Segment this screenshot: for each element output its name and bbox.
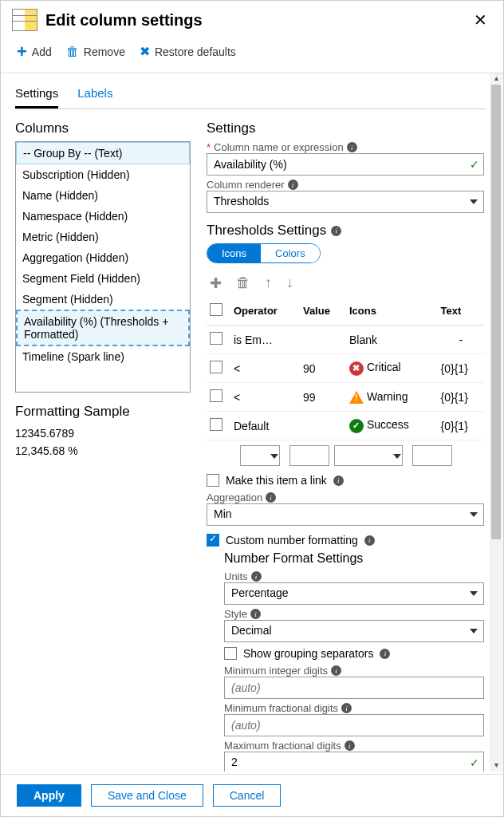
table-icon <box>12 9 37 31</box>
customfmt-label: Custom number formatting <box>226 534 358 547</box>
checkmark-icon: ✓ <box>470 756 479 769</box>
info-icon[interactable]: i <box>331 226 341 236</box>
restore-button[interactable]: ✖ Restore defaults <box>140 44 236 59</box>
new-value-input[interactable] <box>289 445 329 466</box>
renderer-select[interactable]: Thresholds <box>207 191 484 213</box>
tab-labels[interactable]: Labels <box>77 83 112 109</box>
warning-icon <box>349 391 364 404</box>
colname-label: Column name or expression <box>214 141 344 153</box>
row-checkbox[interactable] <box>210 389 222 402</box>
column-item[interactable]: Subscription (Hidden) <box>16 164 190 185</box>
scrollbar-thumb[interactable] <box>491 85 501 539</box>
new-text-input[interactable] <box>412 445 452 466</box>
threshold-up-icon[interactable]: ↑ <box>265 274 272 292</box>
customfmt-checkbox[interactable] <box>207 534 219 547</box>
threshold-row[interactable]: < 90 ✖Critical {0}{1} <box>207 354 484 383</box>
info-icon[interactable]: i <box>331 665 341 676</box>
info-icon[interactable]: i <box>250 609 261 619</box>
column-item[interactable]: Segment Field (Hidden) <box>16 268 190 289</box>
critical-icon: ✖ <box>349 361 364 376</box>
grouping-label: Show grouping separators <box>243 647 373 660</box>
info-icon[interactable]: i <box>380 649 390 659</box>
remove-label: Remove <box>84 45 125 58</box>
row-checkbox[interactable] <box>210 332 222 345</box>
add-button[interactable]: + Add <box>17 45 52 58</box>
scrollbar-track[interactable]: ▴ ▾ <box>490 73 502 772</box>
threshold-down-icon[interactable]: ↓ <box>286 274 293 292</box>
threshold-row[interactable]: < 99 Warning {0}{1} <box>207 383 484 412</box>
column-item-selected[interactable]: Availability (%) (Thresholds + Formatted… <box>16 310 190 346</box>
threshold-delete-icon[interactable]: 🗑 <box>236 274 250 292</box>
column-item[interactable]: Namespace (Hidden) <box>16 206 190 227</box>
close-icon[interactable]: ✕ <box>469 10 492 30</box>
pill-colors[interactable]: Colors <box>261 244 320 262</box>
numfmt-heading: Number Format Settings <box>224 551 484 566</box>
thresholds-table: Operator Value Icons Text is Em… Blank -… <box>207 297 484 440</box>
info-icon[interactable]: i <box>288 180 298 190</box>
info-icon[interactable]: i <box>347 142 357 152</box>
column-item[interactable]: -- Group By -- (Text) <box>16 142 190 164</box>
info-icon[interactable]: i <box>345 740 355 751</box>
minfrac-input[interactable] <box>224 714 484 736</box>
column-item[interactable]: Segment (Hidden) <box>16 289 190 310</box>
column-item[interactable]: Name (Hidden) <box>16 185 190 206</box>
select-all-checkbox[interactable] <box>210 303 222 316</box>
column-item[interactable]: Metric (Hidden) <box>16 227 190 247</box>
minint-label: Minimum integer digits <box>224 665 328 677</box>
restore-label: Restore defaults <box>155 45 236 58</box>
settings-heading: Settings <box>207 120 484 136</box>
info-icon[interactable]: i <box>251 571 262 582</box>
style-select[interactable]: Decimal <box>224 620 484 642</box>
row-checkbox[interactable] <box>210 418 222 431</box>
row-checkbox[interactable] <box>210 361 222 373</box>
dialog-title: Edit column settings <box>45 11 469 30</box>
link-label: Make this item a link <box>226 474 327 487</box>
column-item[interactable]: Aggregation (Hidden) <box>16 247 190 268</box>
threshold-row[interactable]: Default ✓Success {0}{1} <box>207 412 484 440</box>
checkmark-icon: ✓ <box>470 158 479 171</box>
agg-select[interactable]: Min <box>207 503 484 526</box>
apply-button[interactable]: Apply <box>17 784 81 807</box>
th-text: Text <box>438 297 484 326</box>
columns-list[interactable]: -- Group By -- (Text) Subscription (Hidd… <box>15 141 191 393</box>
scroll-down-icon[interactable]: ▾ <box>490 760 502 772</box>
trash-icon: 🗑 <box>66 45 79 59</box>
new-icon-select[interactable] <box>334 445 403 466</box>
icon-blank: Blank <box>349 334 377 346</box>
icons-colors-toggle[interactable]: Icons Colors <box>207 243 321 263</box>
restore-icon: ✖ <box>140 44 150 59</box>
plus-icon: + <box>17 46 27 57</box>
cancel-button[interactable]: Cancel <box>213 784 282 807</box>
save-close-button[interactable]: Save and Close <box>91 784 203 807</box>
grouping-checkbox[interactable] <box>224 647 237 660</box>
thresholds-heading: Thresholds Settings <box>207 223 326 239</box>
remove-button[interactable]: 🗑 Remove <box>66 45 125 59</box>
sample-formatted: 12,345.68 % <box>15 442 191 460</box>
new-op-select[interactable] <box>240 445 280 466</box>
style-label: Style <box>224 608 247 620</box>
threshold-row[interactable]: is Em… Blank - <box>207 326 484 354</box>
threshold-add-icon[interactable]: ✚ <box>210 274 222 292</box>
link-checkbox[interactable] <box>207 474 219 487</box>
sample-raw: 12345.6789 <box>15 424 191 442</box>
minint-input[interactable] <box>224 677 484 699</box>
pill-icons[interactable]: Icons <box>207 244 261 262</box>
scroll-up-icon[interactable]: ▴ <box>490 73 502 85</box>
info-icon[interactable]: i <box>341 703 352 713</box>
colname-input[interactable] <box>207 153 484 176</box>
agg-label: Aggregation <box>207 491 262 503</box>
tab-settings[interactable]: Settings <box>15 83 58 109</box>
add-label: Add <box>32 45 52 58</box>
success-icon: ✓ <box>349 419 364 433</box>
columns-heading: Columns <box>15 120 191 136</box>
units-select[interactable]: Percentage <box>224 582 484 605</box>
info-icon[interactable]: i <box>364 535 375 546</box>
column-item[interactable]: Timeline (Spark line) <box>16 346 190 367</box>
maxfrac-select[interactable]: 2 <box>224 752 484 772</box>
info-icon[interactable]: i <box>333 476 344 486</box>
sample-heading: Formatting Sample <box>15 404 191 420</box>
units-label: Units <box>224 570 248 582</box>
info-icon[interactable]: i <box>266 492 276 503</box>
renderer-label: Column renderer <box>207 179 285 191</box>
th-value: Value <box>300 297 346 326</box>
